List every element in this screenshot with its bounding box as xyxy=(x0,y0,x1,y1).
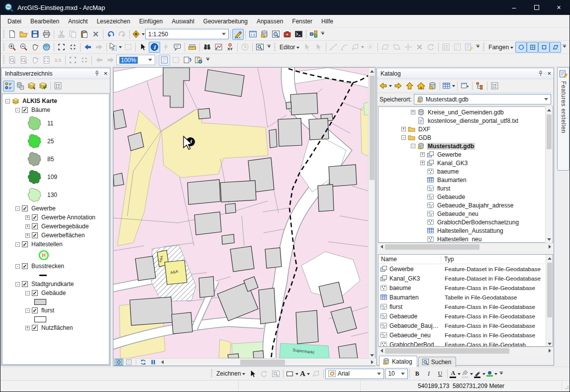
toc-item-stadtgrundkarte[interactable]: -✓Stadtgrundkarte xyxy=(2,280,109,289)
clover-symbol[interactable] xyxy=(27,134,42,149)
fill-color-button[interactable] xyxy=(461,368,474,379)
catalog-back-button[interactable] xyxy=(379,81,392,92)
text-tool-button[interactable]: A xyxy=(299,368,310,379)
list-by-drawing-order-button[interactable] xyxy=(3,81,14,92)
focus-data-frame-button[interactable] xyxy=(170,55,182,66)
toolbar-grip[interactable] xyxy=(483,43,484,52)
change-layout-button[interactable] xyxy=(182,55,193,66)
table-row-gebaeude-baujahr-[interactable]: Gebaeude_Baujahr...Feature-Class in File… xyxy=(379,321,553,330)
edge-snapping-button[interactable] xyxy=(550,42,561,53)
map-vertical-scrollbar[interactable] xyxy=(368,68,375,359)
font-combobox[interactable]: O Arial xyxy=(325,369,384,379)
close-icon[interactable]: × xyxy=(547,70,551,77)
split-button[interactable] xyxy=(391,42,402,53)
toc-item-nutzflächen[interactable]: +✓Nutzflächen xyxy=(2,323,109,332)
toc-item-130[interactable]: 130 xyxy=(2,186,109,204)
toc-item-haltestellen[interactable]: -✓Haltestellen xyxy=(2,240,109,249)
menu-anpassen[interactable]: Anpassen xyxy=(252,15,287,27)
list-by-visibility-button[interactable] xyxy=(26,81,37,92)
expander-minus-icon[interactable]: - xyxy=(5,99,10,103)
toc-panel-header[interactable]: Inhaltsverzeichnis × xyxy=(1,68,110,79)
expander-plus-icon[interactable]: + xyxy=(401,127,406,131)
pause-drawing-button[interactable] xyxy=(149,359,158,366)
layer-checkbox[interactable]: ✓ xyxy=(32,290,38,296)
clover-symbol[interactable] xyxy=(27,152,42,167)
layout-view-button[interactable] xyxy=(124,359,133,366)
cut-polygon-button[interactable] xyxy=(414,42,425,53)
toc-item-109[interactable]: 109 xyxy=(2,168,109,186)
catalog-item-haltestellen-neu[interactable]: Haltestellen_neu xyxy=(379,235,553,243)
scroll-up-icon[interactable] xyxy=(546,255,553,262)
menu-datei[interactable]: Datei xyxy=(3,15,26,27)
sketch-properties-button[interactable] xyxy=(452,42,463,53)
redo-button[interactable] xyxy=(116,29,128,40)
fixed-zoom-out-button[interactable] xyxy=(67,42,79,53)
map-canvas[interactable]: A&A A&A Supermarkt i xyxy=(113,68,369,358)
expander-minus-icon[interactable]: - xyxy=(15,242,20,247)
measure-button[interactable] xyxy=(187,42,198,53)
scrollbar-thumb[interactable] xyxy=(547,263,552,317)
menu-fenster[interactable]: Fenster xyxy=(287,15,317,27)
layout-zoom-combobox[interactable]: 100% xyxy=(116,55,155,65)
title-bar[interactable]: ArcGIS-Einstieg.mxd - ArcMap – × xyxy=(0,0,570,15)
end-snapping-button[interactable] xyxy=(527,42,538,53)
table-hscrollbar[interactable] xyxy=(378,347,553,354)
arc-segment-button[interactable] xyxy=(339,42,351,53)
menu-lesezeichen[interactable]: Lesezeichen xyxy=(92,15,134,27)
expander-minus-icon[interactable]: - xyxy=(25,291,30,295)
toggle-draft-mode-button[interactable] xyxy=(159,55,170,66)
expander-minus-icon[interactable]: - xyxy=(411,144,415,148)
toc-item-bäume[interactable]: -✓Bäume xyxy=(2,105,109,114)
straight-segment-button[interactable] xyxy=(328,42,339,53)
print-button[interactable] xyxy=(41,29,52,40)
layout-fixed-zoom-in-button[interactable] xyxy=(67,55,79,66)
font-size-combobox[interactable]: 10 xyxy=(385,369,408,379)
katalog-panel-header[interactable]: Katalog × xyxy=(377,68,554,79)
italic-button[interactable]: I xyxy=(423,368,434,379)
close-icon[interactable]: × xyxy=(103,70,107,77)
search-window-button[interactable] xyxy=(270,29,282,40)
expander-minus-icon[interactable]: - xyxy=(25,308,30,313)
scroll-right-icon[interactable] xyxy=(369,359,376,366)
toc-item-85[interactable]: 85 xyxy=(2,150,109,168)
toolbar-grip[interactable] xyxy=(3,43,4,52)
expander-plus-icon[interactable]: + xyxy=(25,215,30,220)
zoom-100-button[interactable]: 1:1 xyxy=(52,55,64,66)
editor-toolbar-toggle-button[interactable] xyxy=(232,29,244,40)
toc-item-25[interactable]: 25 xyxy=(2,132,109,150)
catalog-item-kostenlose-dienste-portal-utf8-txt[interactable]: kostenlose_dienste_portal_utf8.txt xyxy=(379,116,553,125)
toolbar-grip[interactable] xyxy=(3,30,4,39)
expander-minus-icon[interactable]: - xyxy=(401,135,406,140)
table-row-gewerbe[interactable]: GewerbeFeature-Dataset in File-Geodataba… xyxy=(379,264,553,274)
layer-checkbox[interactable]: ✓ xyxy=(32,232,38,238)
marker-color-button[interactable] xyxy=(486,368,498,379)
catalog-item-gewerbe[interactable]: +Gewerbe xyxy=(379,150,553,159)
shape-tool-button[interactable] xyxy=(285,368,299,379)
bold-button[interactable]: B xyxy=(411,368,423,379)
toc-options-button[interactable] xyxy=(52,81,64,92)
scroll-down-icon[interactable] xyxy=(546,340,553,347)
pin-icon[interactable] xyxy=(537,70,544,77)
viewer-window-button[interactable] xyxy=(254,42,266,53)
layer-checkbox[interactable]: ✓ xyxy=(22,281,28,287)
go-to-xy-button[interactable] xyxy=(224,42,236,53)
back-extent-button[interactable] xyxy=(82,42,94,53)
edit-annotation-button[interactable] xyxy=(313,42,324,53)
toc-item-gebäude[interactable]: -✓Gebäude xyxy=(2,289,109,297)
python-window-button[interactable] xyxy=(293,29,304,40)
launch-window-button[interactable] xyxy=(459,81,471,92)
expander-plus-icon[interactable]: + xyxy=(420,152,425,157)
catalog-item-kanal-gk3[interactable]: +Kanal_GK3 xyxy=(379,159,553,167)
table-row-baeume[interactable]: baeumeFeature-Class in File-Geodatabase xyxy=(379,283,553,293)
layout-forward-button[interactable] xyxy=(105,55,116,66)
paste-button[interactable] xyxy=(79,29,90,40)
catalog-item-haltestellen-ausstattung[interactable]: Haltestellen_Ausstattung xyxy=(379,226,553,235)
toc-item-busstrecken[interactable]: -✓Busstrecken xyxy=(2,262,109,271)
attributes-button[interactable] xyxy=(440,42,452,53)
catalog-item-gebaeude[interactable]: Gebaeude xyxy=(379,193,553,201)
data-view-button[interactable] xyxy=(114,359,123,366)
catalog-item-musterstadt-gdb[interactable]: -Musterstadt.gdb xyxy=(379,142,553,150)
table-row-grablochderbode-[interactable]: GrablochDerBode...Feature-Class in File-… xyxy=(379,340,553,347)
find-button[interactable] xyxy=(201,42,213,53)
up-one-level-button[interactable] xyxy=(404,81,415,92)
